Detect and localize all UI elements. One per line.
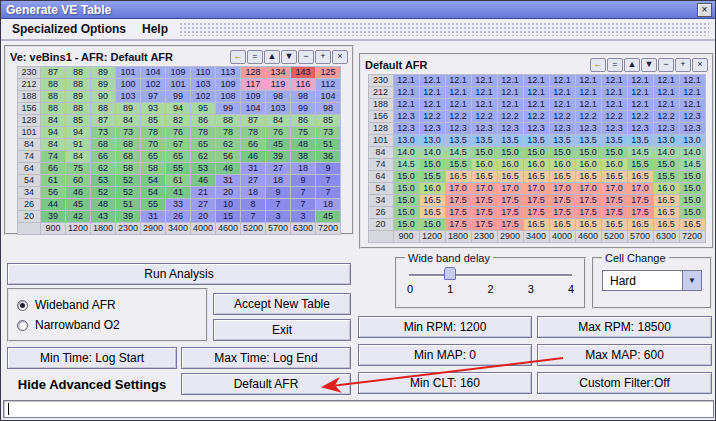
table-cell[interactable]: 12.3	[393, 123, 419, 135]
table-cell[interactable]: 12.1	[679, 99, 705, 111]
minus-button[interactable]: −	[658, 58, 674, 72]
table-cell[interactable]: 17.5	[523, 195, 549, 207]
table-cell[interactable]: 17.5	[627, 195, 653, 207]
table-cell[interactable]: 67	[166, 139, 191, 151]
table-cell[interactable]: 38	[291, 151, 316, 163]
table-cell[interactable]: 87	[241, 115, 266, 127]
table-cell[interactable]: 53	[191, 163, 216, 175]
radio-wideband-afr[interactable]: Wideband AFR	[17, 298, 198, 312]
afr-table-grid[interactable]: 23012.112.112.112.112.112.112.112.112.11…	[368, 74, 706, 243]
table-cell[interactable]: 55	[141, 199, 166, 211]
menu-help[interactable]: Help	[135, 20, 175, 38]
table-cell[interactable]: 15.5	[419, 171, 445, 183]
table-cell[interactable]: 26	[166, 211, 191, 223]
table-cell[interactable]: 16.5	[601, 219, 627, 231]
custom-filter-button[interactable]: Custom Filter:Off	[537, 372, 712, 394]
table-cell[interactable]: 20	[216, 187, 241, 199]
table-cell[interactable]: 74	[41, 151, 66, 163]
table-cell[interactable]: 12.1	[445, 99, 471, 111]
table-cell[interactable]: 16.0	[575, 159, 601, 171]
table-cell[interactable]: 85	[316, 115, 341, 127]
table-cell[interactable]: 86	[291, 115, 316, 127]
table-cell[interactable]: 12.3	[523, 123, 549, 135]
table-cell[interactable]: 66	[41, 163, 66, 175]
table-cell[interactable]: 73	[116, 127, 141, 139]
close-table-button[interactable]: ×	[332, 50, 348, 64]
table-cell[interactable]: 31	[241, 163, 266, 175]
table-cell[interactable]: 84	[116, 115, 141, 127]
table-cell[interactable]: 12.1	[523, 87, 549, 99]
table-cell[interactable]: 119	[266, 79, 291, 91]
table-cell[interactable]: 16.0	[549, 159, 575, 171]
table-cell[interactable]: 8	[241, 199, 266, 211]
table-cell[interactable]: 16.5	[445, 171, 471, 183]
table-cell[interactable]: 12.3	[445, 123, 471, 135]
table-cell[interactable]: 12.3	[679, 123, 705, 135]
table-cell[interactable]: 84	[41, 139, 66, 151]
table-cell[interactable]: 18	[291, 163, 316, 175]
table-cell[interactable]: 65	[166, 151, 191, 163]
table-cell[interactable]: 78	[191, 127, 216, 139]
table-cell[interactable]: 125	[316, 67, 341, 79]
table-cell[interactable]: 84	[41, 115, 66, 127]
titlebar[interactable]: Generate VE Table ×	[1, 1, 715, 19]
table-cell[interactable]: 88	[66, 67, 91, 79]
table-cell[interactable]: 15.0	[523, 147, 549, 159]
table-cell[interactable]: 12.2	[549, 111, 575, 123]
table-cell[interactable]: 53	[91, 175, 116, 187]
table-cell[interactable]: 18	[241, 187, 266, 199]
table-cell[interactable]: 16.5	[497, 171, 523, 183]
table-cell[interactable]: 16.5	[471, 171, 497, 183]
table-cell[interactable]: 12.3	[471, 123, 497, 135]
table-cell[interactable]: 12.2	[653, 111, 679, 123]
table-cell[interactable]: 46	[241, 151, 266, 163]
table-cell[interactable]: 15.5	[653, 171, 679, 183]
table-cell[interactable]: 13.5	[471, 135, 497, 147]
table-cell[interactable]: 85	[66, 115, 91, 127]
table-cell[interactable]: 13.5	[445, 135, 471, 147]
revert-arrow-icon[interactable]: ←	[230, 50, 246, 64]
table-cell[interactable]: 76	[166, 127, 191, 139]
table-cell[interactable]: 16.5	[523, 171, 549, 183]
table-cell[interactable]: 7	[316, 175, 341, 187]
table-cell[interactable]: 91	[66, 139, 91, 151]
table-cell[interactable]: 13.5	[627, 135, 653, 147]
table-cell[interactable]: 51	[116, 199, 141, 211]
table-cell[interactable]: 78	[216, 127, 241, 139]
hide-advanced-settings-button[interactable]: Hide Advanced Settings	[7, 373, 177, 395]
table-cell[interactable]: 21	[191, 187, 216, 199]
table-cell[interactable]: 17.5	[497, 219, 523, 231]
table-cell[interactable]: 16.5	[419, 207, 445, 219]
table-cell[interactable]: 87	[91, 115, 116, 127]
slider-thumb[interactable]	[444, 267, 456, 280]
set-equal-button[interactable]: =	[607, 58, 623, 72]
table-cell[interactable]: 17.5	[549, 195, 575, 207]
table-cell[interactable]: 58	[141, 163, 166, 175]
table-cell[interactable]: 16.0	[653, 183, 679, 195]
accept-new-table-button[interactable]: Accept New Table	[213, 293, 351, 315]
table-cell[interactable]: 12.3	[575, 123, 601, 135]
table-cell[interactable]: 102	[141, 79, 166, 91]
plus-button[interactable]: +	[675, 58, 691, 72]
table-cell[interactable]: 17.5	[575, 207, 601, 219]
table-cell[interactable]: 89	[91, 79, 116, 91]
table-cell[interactable]: 65	[191, 139, 216, 151]
table-cell[interactable]: 109	[166, 67, 191, 79]
table-cell[interactable]: 3	[291, 211, 316, 223]
table-cell[interactable]: 16.5	[679, 219, 705, 231]
set-equal-button[interactable]: =	[247, 50, 263, 64]
table-cell[interactable]: 84	[66, 151, 91, 163]
table-cell[interactable]: 17.5	[497, 195, 523, 207]
table-cell[interactable]: 16.5	[653, 195, 679, 207]
table-cell[interactable]: 12.3	[549, 123, 575, 135]
run-analysis-button[interactable]: Run Analysis	[7, 263, 351, 285]
table-cell[interactable]: 14.0	[393, 147, 419, 159]
table-cell[interactable]: 41	[166, 187, 191, 199]
table-cell[interactable]: 60	[66, 175, 91, 187]
table-cell[interactable]: 12.1	[679, 87, 705, 99]
table-cell[interactable]: 65	[141, 151, 166, 163]
table-cell[interactable]: 14.0	[419, 147, 445, 159]
table-cell[interactable]: 36	[316, 151, 341, 163]
table-cell[interactable]: 14.5	[445, 147, 471, 159]
table-cell[interactable]: 16.5	[419, 195, 445, 207]
